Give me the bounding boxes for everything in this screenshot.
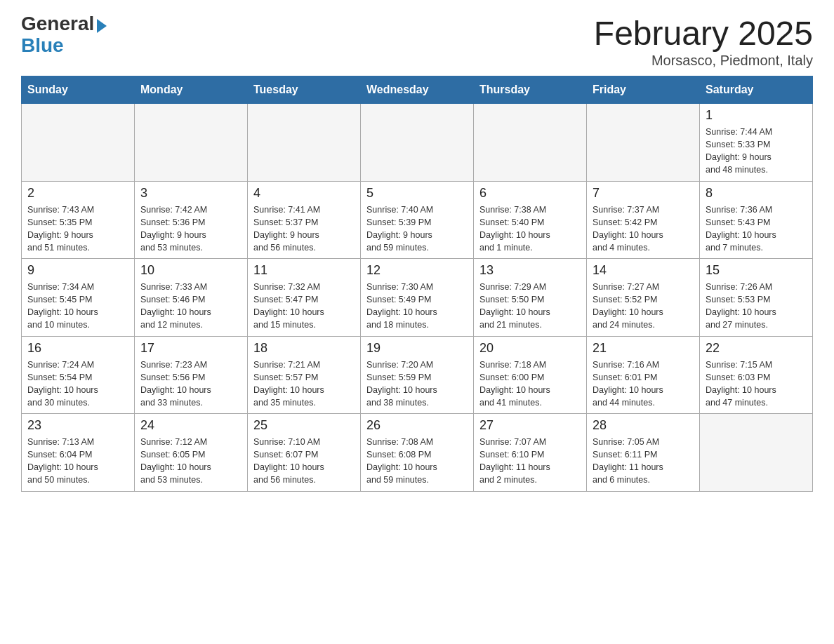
day-number: 18 [253, 341, 355, 356]
day-info: Sunrise: 7:08 AM Sunset: 6:08 PM Dayligh… [366, 436, 468, 487]
calendar-cell: 8Sunrise: 7:36 AM Sunset: 5:43 PM Daylig… [700, 181, 813, 259]
logo-general: General [21, 13, 94, 34]
month-title: February 2025 [594, 14, 813, 53]
calendar-cell: 22Sunrise: 7:15 AM Sunset: 6:03 PM Dayli… [700, 336, 813, 414]
page-header: General Blue February 2025 Morsasco, Pie… [21, 14, 813, 69]
day-number: 3 [140, 186, 241, 201]
calendar-cell: 7Sunrise: 7:37 AM Sunset: 5:42 PM Daylig… [587, 181, 700, 259]
calendar-cell [22, 104, 135, 182]
day-number: 21 [593, 341, 694, 356]
calendar-cell [474, 104, 587, 182]
calendar-cell: 10Sunrise: 7:33 AM Sunset: 5:46 PM Dayli… [135, 259, 248, 337]
day-number: 22 [706, 341, 807, 356]
calendar-cell [700, 414, 813, 492]
weekday-header-tuesday: Tuesday [248, 76, 361, 104]
day-info: Sunrise: 7:21 AM Sunset: 5:57 PM Dayligh… [253, 358, 355, 410]
calendar-cell [361, 104, 474, 182]
calendar-cell: 1Sunrise: 7:44 AM Sunset: 5:33 PM Daylig… [700, 104, 813, 182]
day-info: Sunrise: 7:15 AM Sunset: 6:03 PM Dayligh… [706, 358, 807, 410]
calendar-cell: 4Sunrise: 7:41 AM Sunset: 5:37 PM Daylig… [248, 181, 361, 259]
calendar-cell: 18Sunrise: 7:21 AM Sunset: 5:57 PM Dayli… [248, 336, 361, 414]
week-row-5: 23Sunrise: 7:13 AM Sunset: 6:04 PM Dayli… [22, 414, 813, 492]
logo-blue: Blue [21, 36, 64, 55]
day-info: Sunrise: 7:32 AM Sunset: 5:47 PM Dayligh… [253, 281, 355, 332]
calendar-cell: 17Sunrise: 7:23 AM Sunset: 5:56 PM Dayli… [135, 336, 248, 414]
calendar-cell: 27Sunrise: 7:07 AM Sunset: 6:10 PM Dayli… [474, 414, 587, 492]
calendar-cell: 26Sunrise: 7:08 AM Sunset: 6:08 PM Dayli… [361, 414, 474, 492]
day-number: 28 [593, 418, 694, 433]
day-info: Sunrise: 7:16 AM Sunset: 6:01 PM Dayligh… [593, 358, 694, 410]
day-number: 17 [140, 341, 241, 356]
calendar-table: SundayMondayTuesdayWednesdayThursdayFrid… [21, 76, 813, 492]
day-info: Sunrise: 7:18 AM Sunset: 6:00 PM Dayligh… [479, 358, 581, 410]
week-row-2: 2Sunrise: 7:43 AM Sunset: 5:35 PM Daylig… [22, 181, 813, 259]
day-info: Sunrise: 7:41 AM Sunset: 5:37 PM Dayligh… [253, 203, 355, 255]
day-info: Sunrise: 7:43 AM Sunset: 5:35 PM Dayligh… [27, 203, 128, 255]
calendar-cell: 28Sunrise: 7:05 AM Sunset: 6:11 PM Dayli… [587, 414, 700, 492]
calendar-cell: 14Sunrise: 7:27 AM Sunset: 5:52 PM Dayli… [587, 259, 700, 337]
day-number: 15 [706, 263, 807, 278]
day-number: 12 [366, 263, 468, 278]
day-info: Sunrise: 7:44 AM Sunset: 5:33 PM Dayligh… [706, 126, 807, 177]
day-number: 25 [253, 418, 355, 433]
calendar-cell: 20Sunrise: 7:18 AM Sunset: 6:00 PM Dayli… [474, 336, 587, 414]
day-info: Sunrise: 7:07 AM Sunset: 6:10 PM Dayligh… [479, 436, 581, 487]
calendar-cell: 5Sunrise: 7:40 AM Sunset: 5:39 PM Daylig… [361, 181, 474, 259]
day-info: Sunrise: 7:34 AM Sunset: 5:45 PM Dayligh… [27, 281, 128, 332]
day-number: 16 [27, 341, 128, 356]
week-row-1: 1Sunrise: 7:44 AM Sunset: 5:33 PM Daylig… [22, 104, 813, 182]
day-info: Sunrise: 7:05 AM Sunset: 6:11 PM Dayligh… [593, 436, 694, 487]
day-info: Sunrise: 7:29 AM Sunset: 5:50 PM Dayligh… [479, 281, 581, 332]
calendar-cell: 15Sunrise: 7:26 AM Sunset: 5:53 PM Dayli… [700, 259, 813, 337]
day-info: Sunrise: 7:23 AM Sunset: 5:56 PM Dayligh… [140, 358, 241, 410]
day-number: 20 [479, 341, 581, 356]
day-info: Sunrise: 7:13 AM Sunset: 6:04 PM Dayligh… [27, 436, 128, 487]
day-number: 19 [366, 341, 468, 356]
day-info: Sunrise: 7:20 AM Sunset: 5:59 PM Dayligh… [366, 358, 468, 410]
calendar-cell: 12Sunrise: 7:30 AM Sunset: 5:49 PM Dayli… [361, 259, 474, 337]
weekday-header-sunday: Sunday [22, 76, 135, 104]
week-row-4: 16Sunrise: 7:24 AM Sunset: 5:54 PM Dayli… [22, 336, 813, 414]
calendar-cell: 2Sunrise: 7:43 AM Sunset: 5:35 PM Daylig… [22, 181, 135, 259]
day-number: 10 [140, 263, 241, 278]
day-info: Sunrise: 7:27 AM Sunset: 5:52 PM Dayligh… [593, 281, 694, 332]
calendar-cell: 19Sunrise: 7:20 AM Sunset: 5:59 PM Dayli… [361, 336, 474, 414]
day-info: Sunrise: 7:10 AM Sunset: 6:07 PM Dayligh… [253, 436, 355, 487]
calendar-cell: 25Sunrise: 7:10 AM Sunset: 6:07 PM Dayli… [248, 414, 361, 492]
day-number: 6 [479, 186, 581, 201]
day-number: 1 [706, 108, 807, 123]
day-info: Sunrise: 7:26 AM Sunset: 5:53 PM Dayligh… [706, 281, 807, 332]
weekday-header-friday: Friday [587, 76, 700, 104]
calendar-cell: 11Sunrise: 7:32 AM Sunset: 5:47 PM Dayli… [248, 259, 361, 337]
logo: General Blue [21, 14, 107, 55]
weekday-header-wednesday: Wednesday [361, 76, 474, 104]
day-info: Sunrise: 7:40 AM Sunset: 5:39 PM Dayligh… [366, 203, 468, 255]
title-block: February 2025 Morsasco, Piedmont, Italy [594, 14, 813, 69]
calendar-cell: 21Sunrise: 7:16 AM Sunset: 6:01 PM Dayli… [587, 336, 700, 414]
location-title: Morsasco, Piedmont, Italy [594, 53, 813, 69]
day-number: 8 [706, 186, 807, 201]
logo-text: General [21, 14, 107, 36]
day-info: Sunrise: 7:33 AM Sunset: 5:46 PM Dayligh… [140, 281, 241, 332]
day-number: 4 [253, 186, 355, 201]
calendar-cell: 24Sunrise: 7:12 AM Sunset: 6:05 PM Dayli… [135, 414, 248, 492]
day-number: 26 [366, 418, 468, 433]
day-info: Sunrise: 7:36 AM Sunset: 5:43 PM Dayligh… [706, 203, 807, 255]
day-number: 14 [593, 263, 694, 278]
calendar-cell: 6Sunrise: 7:38 AM Sunset: 5:40 PM Daylig… [474, 181, 587, 259]
weekday-header-thursday: Thursday [474, 76, 587, 104]
day-number: 9 [27, 263, 128, 278]
day-info: Sunrise: 7:12 AM Sunset: 6:05 PM Dayligh… [140, 436, 241, 487]
week-row-3: 9Sunrise: 7:34 AM Sunset: 5:45 PM Daylig… [22, 259, 813, 337]
logo-arrow-icon [97, 19, 107, 33]
day-number: 24 [140, 418, 241, 433]
day-info: Sunrise: 7:38 AM Sunset: 5:40 PM Dayligh… [479, 203, 581, 255]
calendar-cell [248, 104, 361, 182]
day-info: Sunrise: 7:24 AM Sunset: 5:54 PM Dayligh… [27, 358, 128, 410]
day-number: 27 [479, 418, 581, 433]
calendar-cell [587, 104, 700, 182]
calendar-cell: 16Sunrise: 7:24 AM Sunset: 5:54 PM Dayli… [22, 336, 135, 414]
weekday-header-row: SundayMondayTuesdayWednesdayThursdayFrid… [22, 76, 813, 104]
calendar-cell [135, 104, 248, 182]
calendar-cell: 23Sunrise: 7:13 AM Sunset: 6:04 PM Dayli… [22, 414, 135, 492]
